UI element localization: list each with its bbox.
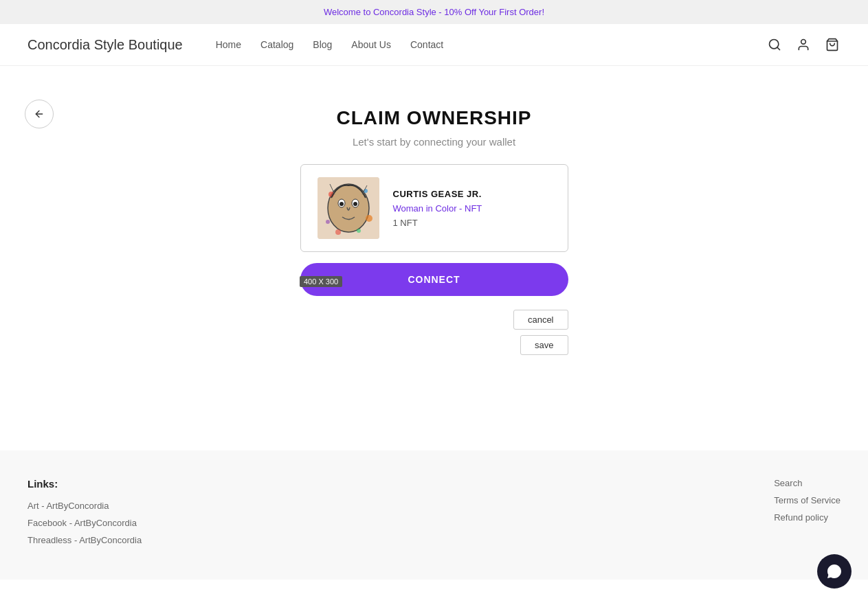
footer-right-col: Search Terms of Service Refund policy (774, 478, 841, 552)
footer-link-art[interactable]: Art - ArtByConcordia (27, 501, 142, 511)
svg-point-15 (335, 229, 341, 235)
svg-point-16 (357, 229, 361, 233)
main-content: CLAIM OWNERSHIP Let's start by connectin… (0, 66, 868, 450)
footer-link-search[interactable]: Search (774, 478, 841, 488)
top-banner: Welcome to Concordia Style - 10% Off You… (0, 0, 868, 24)
search-button[interactable] (766, 36, 783, 53)
nav-item-about[interactable]: About Us (351, 39, 391, 50)
artwork-title: Woman in Color - NFT (393, 203, 482, 214)
svg-point-2 (801, 40, 806, 45)
account-icon (797, 38, 810, 52)
footer-links-heading: Links: (27, 478, 142, 490)
chat-button[interactable] (817, 554, 852, 589)
image-size-badge: 400 X 300 (300, 276, 342, 287)
artist-name: CURTIS GEASE JR. (393, 189, 482, 199)
account-button[interactable] (795, 36, 812, 53)
nft-count: 1 NFT (393, 218, 482, 228)
site-header: Concordia Style Boutique Home Catalog Bl… (0, 24, 868, 66)
nav-item-home[interactable]: Home (216, 39, 241, 50)
nft-info: CURTIS GEASE JR. Woman in Color - NFT 1 … (393, 189, 482, 228)
svg-point-14 (326, 220, 330, 224)
svg-point-6 (328, 184, 369, 232)
header-icons (766, 36, 841, 53)
banner-text: Welcome to Concordia Style - 10% Off You… (324, 7, 544, 17)
save-button[interactable]: save (520, 335, 568, 355)
svg-point-10 (353, 202, 357, 206)
main-nav: Home Catalog Blog About Us Contact (216, 39, 766, 50)
cart-button[interactable] (824, 36, 841, 53)
svg-line-1 (777, 47, 780, 50)
nav-item-contact[interactable]: Contact (410, 39, 443, 50)
nft-image (318, 177, 379, 239)
svg-point-13 (366, 215, 372, 222)
action-buttons: cancel save (300, 310, 568, 355)
chat-icon (826, 563, 843, 580)
footer-inner: Links: Art - ArtByConcordia Facebook - A… (27, 478, 841, 552)
cart-icon (825, 38, 839, 52)
footer-left-col: Links: Art - ArtByConcordia Facebook - A… (27, 478, 142, 552)
svg-point-9 (340, 202, 344, 206)
artwork-svg (318, 177, 379, 239)
cancel-button[interactable]: cancel (513, 310, 568, 330)
search-icon (768, 38, 781, 52)
site-footer: Links: Art - ArtByConcordia Facebook - A… (0, 450, 868, 580)
nft-card: CURTIS GEASE JR. Woman in Color - NFT 1 … (300, 164, 568, 252)
nav-item-catalog[interactable]: Catalog (260, 39, 293, 50)
footer-link-terms[interactable]: Terms of Service (774, 495, 841, 505)
claim-subtitle: Let's start by connecting your wallet (353, 136, 515, 148)
nav-item-blog[interactable]: Blog (313, 39, 332, 50)
footer-link-threadless[interactable]: Threadless - ArtByConcordia (27, 535, 142, 545)
footer-link-refund[interactable]: Refund policy (774, 512, 841, 523)
site-logo[interactable]: Concordia Style Boutique (27, 37, 183, 53)
footer-link-facebook[interactable]: Facebook - ArtByConcordia (27, 518, 142, 528)
claim-title: CLAIM OWNERSHIP (336, 107, 531, 129)
